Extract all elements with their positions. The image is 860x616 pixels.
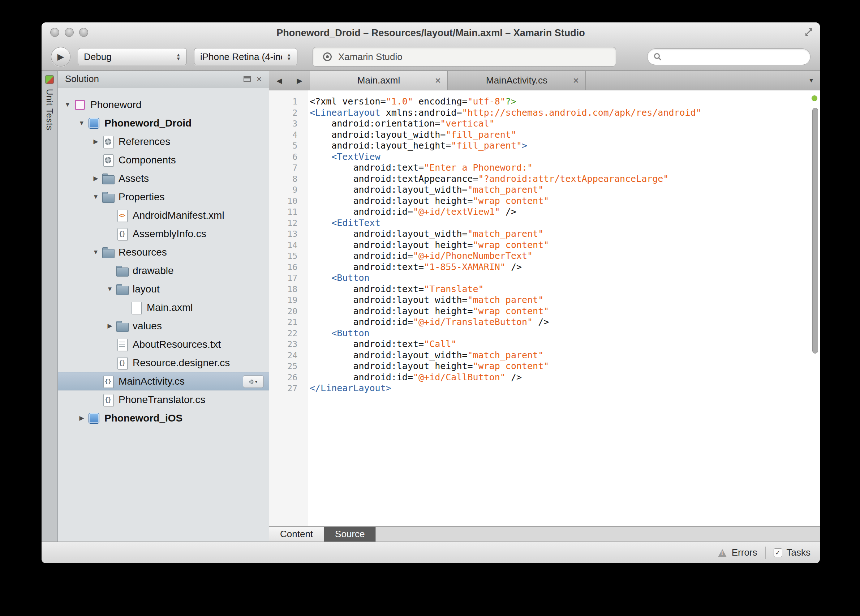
line-number: 8 <box>269 173 303 185</box>
build-status-dot <box>811 96 818 101</box>
line-number: 17 <box>269 273 303 284</box>
code-line: 8 android:textAppearance="?android:attr/… <box>269 173 820 185</box>
expander-right-icon[interactable]: ▶ <box>90 138 101 145</box>
tree-item-mainactivity-cs[interactable]: {}MainActivity.cs▾ <box>58 372 269 390</box>
tab-mainactivity-cs[interactable]: MainActivity.cs × <box>448 71 586 90</box>
tree-item-properties[interactable]: ▼Properties <box>58 188 269 206</box>
line-number: 22 <box>269 328 303 339</box>
tree-item-assemblyinfo-cs[interactable]: {}AssemblyInfo.cs <box>58 225 269 243</box>
code-text: android:layout_height="wrap_content" <box>303 361 549 372</box>
resize-icon[interactable] <box>804 27 813 37</box>
code-line: 12 <EditText <box>269 218 820 229</box>
search-field[interactable] <box>647 49 810 65</box>
minimize-window-button[interactable] <box>65 28 74 37</box>
item-options-button[interactable]: ▾ <box>243 375 264 388</box>
tree-item-main-axml[interactable]: Main.axml <box>58 298 269 317</box>
device-selector[interactable]: iPhone Retina (4-inch ▲▼ <box>194 48 297 66</box>
tab-content-view[interactable]: Content <box>269 527 324 542</box>
expander-down-icon[interactable]: ▼ <box>104 286 115 293</box>
csfile-icon: {} <box>116 228 128 240</box>
expander-down-icon[interactable]: ▼ <box>62 101 73 108</box>
code-text: android:text="Call" <box>303 339 457 350</box>
code-text: android:textAppearance="?android:attr/te… <box>303 173 669 185</box>
code-editor[interactable]: 1<?xml version="1.0" encoding="utf-8"?>2… <box>269 90 820 526</box>
tree-item-resource-designer-cs[interactable]: {}Resource.designer.cs <box>58 354 269 372</box>
stepper-icon: ▲▼ <box>176 53 180 61</box>
tree-item-label: Phoneword_Droid <box>104 118 191 129</box>
code-text: android:id="@+id/TranslateButton" /> <box>303 317 549 328</box>
code-text: android:layout_height="wrap_content" <box>303 306 549 317</box>
code-line: 22 <Button <box>269 328 820 339</box>
run-button[interactable]: ▶ <box>51 47 71 66</box>
close-window-button[interactable] <box>50 28 59 37</box>
code-line: 15 android:id="@+id/PhoneNumberText" <box>269 250 820 262</box>
errors-button[interactable]: Errors <box>717 547 757 558</box>
code-text: <?xml version="1.0" encoding="utf-8"?> <box>303 96 516 107</box>
close-pad-icon[interactable]: × <box>257 76 262 82</box>
tree-item-label: Components <box>119 154 176 166</box>
tasks-button[interactable]: ✓ Tasks <box>774 547 810 558</box>
solution-pad-header: Solution × <box>58 71 269 88</box>
code-text: <EditText <box>303 218 380 229</box>
code-line: 26 android:id="@+id/CallButton" /> <box>269 372 820 383</box>
tree-item-label: Main.axml <box>147 302 193 313</box>
configuration-label: Debug <box>84 51 172 63</box>
expander-down-icon[interactable]: ▼ <box>90 249 101 256</box>
tab-overflow-icon[interactable]: ▼ <box>808 71 814 90</box>
tree-item-values[interactable]: ▶values <box>58 317 269 335</box>
expander-down-icon[interactable]: ▼ <box>76 119 87 127</box>
tree-item-references[interactable]: ▶References <box>58 132 269 151</box>
line-number: 16 <box>269 262 303 273</box>
solution-pad-title: Solution <box>65 73 99 85</box>
tab-source-view[interactable]: Source <box>324 527 376 542</box>
folder-icon <box>116 320 128 332</box>
tree-item-components[interactable]: Components <box>58 151 269 169</box>
auto-hide-icon[interactable] <box>243 76 251 82</box>
tree-item-androidmanifest-xml[interactable]: <>AndroidManifest.xml <box>58 206 269 225</box>
navigate-forward-button[interactable]: ▶ <box>289 71 310 90</box>
tree-item-label: MainActivity.cs <box>119 376 185 387</box>
line-number: 7 <box>269 162 303 173</box>
close-icon[interactable]: × <box>573 75 579 86</box>
line-number: 25 <box>269 361 303 372</box>
code-text: android:layout_width="match_parent" <box>303 184 543 196</box>
configuration-selector[interactable]: Debug ▲▼ <box>78 48 187 66</box>
line-number: 24 <box>269 350 303 361</box>
tree-item-label: values <box>133 320 162 332</box>
line-number: 12 <box>269 218 303 229</box>
close-icon[interactable]: × <box>435 75 441 86</box>
tree-item-layout[interactable]: ▼layout <box>58 280 269 298</box>
gear-icon <box>105 138 111 145</box>
tree-item-phoneword-ios[interactable]: ▶Phoneword_iOS <box>58 409 269 427</box>
zoom-window-button[interactable] <box>79 28 88 37</box>
code-line: 11 android:id="@+id/textView1" /> <box>269 206 820 218</box>
expander-right-icon[interactable]: ▶ <box>104 322 115 330</box>
line-number: 11 <box>269 206 303 218</box>
tree-item-aboutresources-txt[interactable]: AboutResources.txt <box>58 335 269 354</box>
tree-item-phoneword[interactable]: ▼Phoneword <box>58 96 269 114</box>
tree-item-phoneword-droid[interactable]: ▼Phoneword_Droid <box>58 114 269 132</box>
code-text: android:text="Translate" <box>303 284 484 295</box>
main-toolbar: ▶ Debug ▲▼ iPhone Retina (4-inch ▲▼ Xama… <box>42 42 820 71</box>
expander-down-icon[interactable]: ▼ <box>90 193 101 201</box>
search-input[interactable] <box>665 52 804 62</box>
line-number: 21 <box>269 317 303 328</box>
unit-tests-tab[interactable]: Unit Tests <box>44 89 55 130</box>
tree-item-resources[interactable]: ▼Resources <box>58 243 269 261</box>
tree-item-drawable[interactable]: drawable <box>58 261 269 280</box>
navigate-back-button[interactable]: ◀ <box>269 71 289 90</box>
line-number: 14 <box>269 240 303 251</box>
code-line: 27</LinearLayout> <box>269 383 820 394</box>
tab-label: Main.axml <box>357 75 400 86</box>
code-line: 24 android:layout_width="match_parent" <box>269 350 820 361</box>
code-line: 9 android:layout_width="match_parent" <box>269 184 820 196</box>
tree-item-phonetranslator-cs[interactable]: {}PhoneTranslator.cs <box>58 390 269 409</box>
expander-right-icon[interactable]: ▶ <box>90 174 101 182</box>
vertical-scrollbar-thumb[interactable] <box>812 108 818 354</box>
solution-icon <box>74 99 86 111</box>
expander-right-icon[interactable]: ▶ <box>76 414 87 422</box>
tab-main-axml[interactable]: Main.axml × <box>310 71 448 90</box>
tree-item-assets[interactable]: ▶Assets <box>58 169 269 188</box>
code-text: <LinearLayout xmlns:android="http://sche… <box>303 107 701 119</box>
tree-item-label: Resource.designer.cs <box>133 357 230 369</box>
